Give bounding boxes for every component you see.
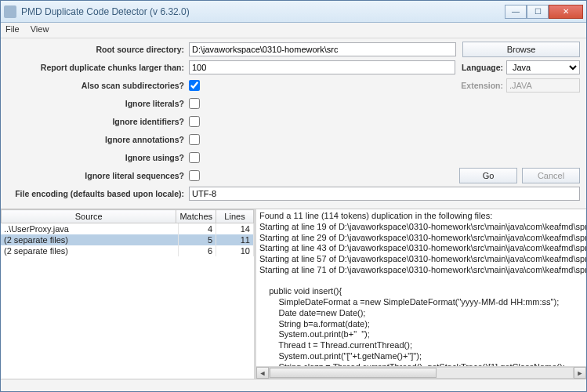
language-label: Language: bbox=[462, 63, 503, 72]
cell-matches: 4 bbox=[179, 223, 216, 234]
app-window: PMD Duplicate Code Detector (v 6.32.0) —… bbox=[0, 0, 587, 392]
window-title: PMD Duplicate Code Detector (v 6.32.0) bbox=[21, 6, 505, 17]
subdir-label: Also scan subdirectories? bbox=[7, 81, 189, 90]
browse-button[interactable]: Browse bbox=[462, 42, 580, 57]
encoding-input[interactable] bbox=[189, 187, 580, 201]
root-dir-label: Root source directory: bbox=[7, 45, 189, 54]
ignore-usings-label: Ignore usings? bbox=[7, 153, 189, 162]
table-row[interactable]: ..\UserProxy.java414 bbox=[1, 223, 254, 234]
cell-source: (2 separate files) bbox=[1, 245, 179, 256]
ignore-usings-checkbox[interactable] bbox=[189, 152, 200, 163]
scroll-thumb[interactable] bbox=[270, 368, 437, 378]
root-dir-input[interactable] bbox=[189, 42, 456, 56]
language-select[interactable]: Java bbox=[506, 60, 580, 74]
cell-source: (2 separate files) bbox=[1, 234, 179, 245]
chunk-size-label: Report duplicate chunks larger than: bbox=[7, 63, 189, 72]
cell-lines: 11 bbox=[216, 234, 254, 245]
table-row[interactable]: (2 separate files)511 bbox=[1, 234, 254, 245]
cell-matches: 5 bbox=[179, 234, 216, 245]
titlebar[interactable]: PMD Duplicate Code Detector (v 6.32.0) —… bbox=[1, 1, 586, 23]
scroll-left-arrow-icon[interactable]: ◄ bbox=[256, 367, 269, 379]
ignore-identifiers-label: Ignore identifiers? bbox=[7, 117, 189, 126]
cell-source: ..\UserProxy.java bbox=[1, 223, 179, 234]
close-button[interactable]: ✕ bbox=[549, 5, 583, 19]
results-split: Source Matches Lines ..\UserProxy.java41… bbox=[1, 209, 586, 379]
results-table: Source Matches Lines bbox=[1, 209, 254, 223]
results-table-pane: Source Matches Lines ..\UserProxy.java41… bbox=[1, 209, 256, 379]
scroll-right-arrow-icon[interactable]: ► bbox=[574, 367, 586, 379]
ignore-litseq-label: Ignore literal sequences? bbox=[7, 171, 189, 180]
options-panel: Root source directory: Browse Report dup… bbox=[1, 38, 586, 209]
table-row[interactable]: (2 separate files)610 bbox=[1, 245, 254, 256]
menu-view[interactable]: View bbox=[31, 24, 49, 36]
col-lines[interactable]: Lines bbox=[216, 210, 254, 223]
extension-input bbox=[506, 78, 580, 93]
encoding-label: File encoding (defaults based upon local… bbox=[7, 189, 189, 198]
ignore-litseq-checkbox[interactable] bbox=[189, 170, 200, 181]
col-matches[interactable]: Matches bbox=[176, 210, 216, 223]
duplication-details[interactable]: Found a 11 line (114 tokens) duplication… bbox=[256, 209, 586, 366]
cell-matches: 6 bbox=[179, 245, 216, 256]
ignore-annotations-label: Ignore annotations? bbox=[7, 135, 189, 144]
ignore-literals-label: Ignore literals? bbox=[7, 99, 189, 108]
menu-file[interactable]: File bbox=[5, 24, 20, 36]
col-source[interactable]: Source bbox=[2, 210, 176, 223]
cancel-button[interactable]: Cancel bbox=[522, 168, 580, 183]
maximize-button[interactable]: ☐ bbox=[527, 5, 549, 19]
app-icon bbox=[4, 5, 16, 18]
chunk-size-input[interactable] bbox=[189, 60, 455, 74]
cell-lines: 14 bbox=[216, 223, 254, 234]
ignore-identifiers-checkbox[interactable] bbox=[189, 116, 200, 127]
cell-lines: 10 bbox=[216, 245, 254, 256]
minimize-button[interactable]: — bbox=[505, 5, 527, 19]
menubar: File View bbox=[1, 23, 586, 38]
ignore-literals-checkbox[interactable] bbox=[189, 98, 200, 109]
statusbar bbox=[1, 379, 586, 391]
details-pane: Found a 11 line (114 tokens) duplication… bbox=[256, 209, 586, 379]
ignore-annotations-checkbox[interactable] bbox=[189, 134, 200, 145]
horizontal-scrollbar[interactable]: ◄ ► bbox=[256, 366, 586, 379]
subdir-checkbox[interactable] bbox=[189, 80, 200, 91]
extension-label: Extension: bbox=[461, 81, 503, 90]
go-button[interactable]: Go bbox=[459, 168, 517, 183]
